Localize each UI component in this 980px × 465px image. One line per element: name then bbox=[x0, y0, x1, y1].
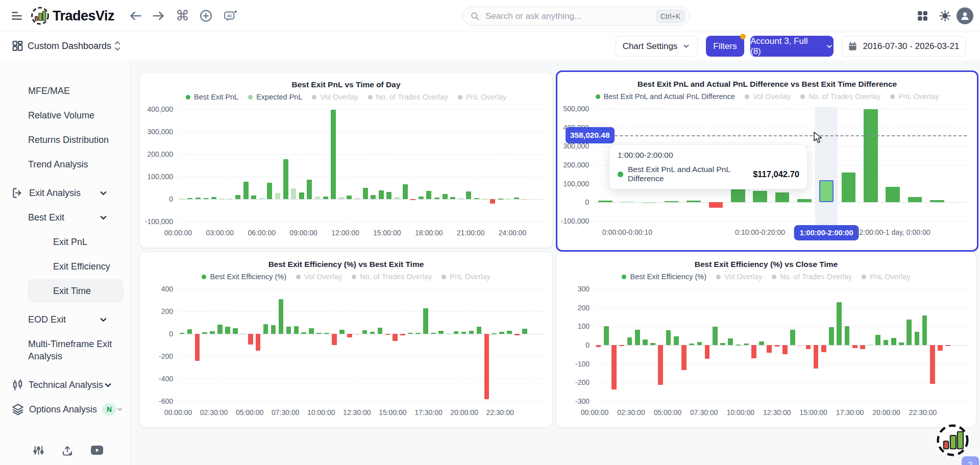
bar[interactable] bbox=[884, 340, 889, 345]
bar[interactable] bbox=[915, 332, 920, 345]
bar[interactable] bbox=[256, 334, 261, 351]
sidebar-item-technical-analysis[interactable]: Technical Analysis bbox=[0, 373, 130, 397]
bar[interactable] bbox=[930, 345, 935, 384]
bar[interactable] bbox=[355, 334, 360, 335]
bar[interactable] bbox=[736, 345, 741, 346]
bar[interactable] bbox=[469, 331, 474, 334]
legend-item-pnl-overlay[interactable]: PnL Overlay bbox=[442, 273, 490, 281]
sidebar-item-options-analysis[interactable]: Options AnalysisN bbox=[0, 397, 130, 422]
bar[interactable] bbox=[806, 345, 811, 349]
bar[interactable] bbox=[423, 308, 428, 334]
sidebar-item-eod-exit[interactable]: EOD Exit bbox=[0, 307, 130, 332]
bar[interactable] bbox=[301, 332, 306, 334]
bar[interactable] bbox=[522, 199, 527, 200]
bar[interactable] bbox=[294, 326, 299, 334]
bar[interactable] bbox=[180, 333, 185, 334]
bar[interactable] bbox=[339, 197, 344, 199]
bar[interactable] bbox=[235, 195, 240, 199]
bar[interactable] bbox=[875, 335, 880, 345]
bar[interactable] bbox=[415, 333, 421, 334]
bar[interactable] bbox=[458, 198, 463, 199]
bar[interactable] bbox=[454, 331, 459, 334]
bar[interactable] bbox=[332, 334, 337, 345]
global-search[interactable]: Ctrl+K bbox=[462, 7, 690, 26]
bar[interactable] bbox=[635, 330, 640, 345]
bar[interactable] bbox=[233, 328, 238, 334]
bar[interactable] bbox=[211, 197, 216, 199]
bar[interactable] bbox=[842, 173, 856, 202]
bar[interactable] bbox=[611, 345, 617, 389]
sidebar-item-trend-analysis[interactable]: Trend Analysis bbox=[0, 152, 130, 177]
bar[interactable] bbox=[243, 182, 249, 199]
bar[interactable] bbox=[259, 198, 264, 199]
bar[interactable] bbox=[689, 344, 694, 345]
bar[interactable] bbox=[431, 333, 436, 334]
bar[interactable] bbox=[202, 332, 207, 334]
bar[interactable] bbox=[210, 331, 215, 334]
bar[interactable] bbox=[379, 190, 384, 199]
bar[interactable] bbox=[596, 345, 601, 347]
bar[interactable] bbox=[845, 326, 850, 345]
bar[interactable] bbox=[619, 345, 624, 346]
bar[interactable] bbox=[434, 198, 439, 199]
bar[interactable] bbox=[620, 202, 634, 203]
bar[interactable] bbox=[283, 159, 288, 199]
bar[interactable] bbox=[187, 329, 192, 334]
tradesviz-chat-launcher[interactable] bbox=[936, 423, 970, 457]
plot-area[interactable]: 4002000-200-400-600 bbox=[178, 289, 543, 401]
bar[interactable] bbox=[728, 338, 733, 345]
bar[interactable] bbox=[507, 331, 512, 334]
bar[interactable] bbox=[395, 197, 400, 199]
bar[interactable] bbox=[713, 327, 718, 345]
bar[interactable] bbox=[324, 333, 329, 334]
bar[interactable] bbox=[450, 197, 455, 199]
bar[interactable] bbox=[790, 330, 795, 345]
bar[interactable] bbox=[355, 198, 360, 199]
bar[interactable] bbox=[408, 333, 413, 334]
bar[interactable] bbox=[506, 199, 511, 200]
bar[interactable] bbox=[279, 299, 284, 334]
legend-item-vol-overlay[interactable]: Vol Overlay bbox=[296, 273, 342, 281]
sidebar-item-exit-pnl[interactable]: Exit PnL bbox=[0, 230, 130, 254]
bar[interactable] bbox=[461, 332, 467, 334]
bar[interactable] bbox=[492, 333, 497, 334]
legend-item-no-of-trades-overlay[interactable]: No. of Trades Overlay bbox=[800, 92, 880, 101]
ai-chat-icon[interactable]: AI bbox=[223, 8, 238, 23]
bar[interactable] bbox=[899, 342, 904, 345]
theme-toggle-sun-icon[interactable] bbox=[939, 10, 951, 22]
bar[interactable] bbox=[217, 325, 223, 334]
legend-item-vol-overlay[interactable]: Vol Overlay bbox=[312, 93, 358, 101]
bar[interactable] bbox=[315, 197, 320, 199]
bar[interactable] bbox=[219, 199, 225, 200]
user-avatar[interactable] bbox=[957, 8, 973, 25]
bar[interactable] bbox=[658, 345, 663, 385]
bar[interactable] bbox=[386, 192, 391, 199]
bar[interactable] bbox=[938, 345, 943, 351]
bar[interactable] bbox=[227, 199, 232, 200]
bar[interactable] bbox=[187, 198, 192, 199]
bar[interactable] bbox=[225, 327, 230, 334]
bar[interactable] bbox=[797, 199, 812, 202]
bar[interactable] bbox=[687, 201, 701, 202]
bar[interactable] bbox=[681, 345, 687, 370]
plot-area[interactable]: 3002001000-100-200-300 bbox=[595, 289, 967, 401]
bar[interactable] bbox=[705, 345, 710, 359]
sidebar-item-mfe-mae[interactable]: MFE/MAE bbox=[0, 79, 130, 103]
bar[interactable] bbox=[291, 188, 296, 199]
bar[interactable] bbox=[309, 328, 314, 334]
bar[interactable] bbox=[906, 320, 912, 345]
upload-icon[interactable] bbox=[61, 445, 74, 457]
sidebar-item-multi-timeframe-exit-analysis[interactable]: Multi-Timeframe Exit Analysis bbox=[0, 332, 130, 369]
bar[interactable] bbox=[753, 191, 767, 203]
bar[interactable] bbox=[393, 334, 398, 341]
bar[interactable] bbox=[316, 333, 322, 334]
bar[interactable] bbox=[323, 197, 328, 199]
legend-item-best-exit-pnl[interactable]: Best Exit PnL bbox=[186, 93, 238, 101]
bar[interactable] bbox=[331, 110, 336, 199]
account-selector-button[interactable]: Account 3, Full (8) bbox=[750, 36, 834, 57]
sliders-icon[interactable] bbox=[33, 445, 44, 457]
bar[interactable] bbox=[642, 202, 656, 203]
bar[interactable] bbox=[466, 191, 471, 199]
legend-item-vol-overlay[interactable]: Vol Overlay bbox=[745, 92, 791, 101]
bar[interactable] bbox=[370, 332, 375, 334]
